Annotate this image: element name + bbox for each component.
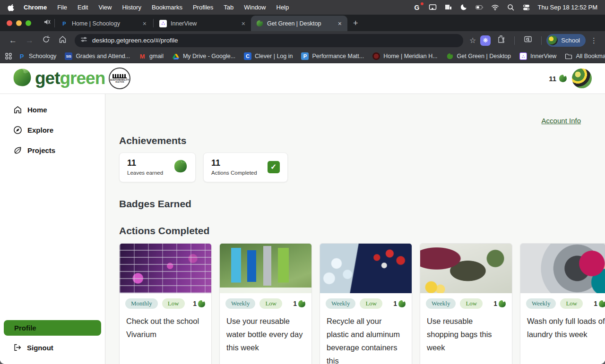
leaf-outline-icon	[13, 146, 22, 155]
menu-chrome[interactable]: Chrome	[24, 4, 47, 11]
menu-profiles[interactable]: Profiles	[193, 4, 213, 11]
back-button[interactable]: ←	[5, 36, 21, 45]
forward-button[interactable]: →	[21, 36, 38, 45]
bookmark-label: gmail	[149, 53, 164, 59]
menu-view[interactable]: View	[98, 4, 112, 11]
menubar-clock[interactable]: Thu Sep 18 12:52 PM	[538, 4, 597, 11]
side-panel-search-icon[interactable]	[519, 35, 536, 46]
laundry-machine-photo	[520, 244, 605, 293]
leaf-icon	[298, 300, 306, 308]
card-leaf-counter: 1	[594, 300, 605, 308]
innerview-favicon: ∴	[159, 20, 167, 27]
achievements-cards: 11 Leaves earned 11 Actions Completed ✓	[119, 152, 605, 182]
action-card[interactable]: Weekly Low 1 Use reusable shopping bags …	[420, 243, 512, 364]
leaf-icon	[498, 300, 506, 308]
screen-mirroring-icon[interactable]	[429, 3, 437, 11]
bookmark-grades[interactable]: SISGrades and Attend...	[65, 52, 130, 60]
achievement-text: 11 Actions Completed	[211, 158, 257, 176]
tab-divider	[54, 19, 55, 27]
close-tab-icon[interactable]: ×	[141, 20, 148, 27]
bookmark-label: Home | Meridian H...	[383, 53, 437, 59]
leaf-icon	[398, 300, 406, 308]
grammarly-icon[interactable]: G	[413, 3, 421, 11]
bookmark-innerview[interactable]: ∴InnerView	[519, 52, 556, 60]
sidebar-item-explore[interactable]: Explore	[3, 120, 102, 140]
bookmark-performance-matters[interactable]: PPerformance Matt...	[301, 52, 364, 60]
close-tab-icon[interactable]: ×	[336, 20, 344, 27]
home-button[interactable]	[54, 35, 71, 46]
apple-icon[interactable]	[8, 4, 15, 11]
menu-window[interactable]: Window	[244, 4, 266, 11]
chrome-menu-icon[interactable]: ⋮	[588, 36, 600, 45]
bookmark-getgreen[interactable]: Get Green | Desktop	[446, 52, 511, 60]
menu-help[interactable]: Help	[277, 4, 289, 11]
wifi-icon[interactable]	[491, 3, 499, 11]
header-right: 11	[549, 68, 592, 88]
performance-matters-icon: P	[301, 52, 309, 60]
reload-button[interactable]	[38, 35, 54, 46]
fullscreen-window-button[interactable]	[26, 20, 31, 26]
checkbox-icon: ✓	[268, 161, 280, 173]
sidebar-item-home[interactable]: Home	[3, 100, 102, 120]
menu-edit[interactable]: Edit	[78, 4, 88, 11]
spotlight-search-icon[interactable]	[507, 3, 515, 11]
achievements-title: Achievements	[119, 135, 605, 146]
frequency-badge: Weekly	[225, 298, 255, 309]
tab-getgreen-active[interactable]: Get Green | Desktop ×	[251, 16, 347, 31]
card-badges: Weekly Low 1	[420, 293, 512, 309]
display-icon[interactable]	[444, 3, 452, 11]
card-title: Check out the school Vivarium	[120, 309, 211, 341]
bookmark-meridian[interactable]: Home | Meridian H...	[372, 52, 437, 60]
achievement-value: 11	[127, 158, 163, 168]
sidebar-item-profile-active[interactable]: Profile	[4, 320, 101, 336]
all-bookmarks-button[interactable]: All Bookmarks	[565, 52, 605, 60]
menu-history[interactable]: History	[122, 4, 141, 11]
tab-schoology[interactable]: P Home | Schoology ×	[56, 16, 152, 31]
tab-innerview[interactable]: ∴ InnerView ×	[155, 16, 251, 31]
sidebar-item-projects[interactable]: Projects	[3, 140, 102, 161]
getgreen-logo[interactable]: getgreen	[12, 68, 105, 89]
bookmark-schoology[interactable]: PSchoology	[18, 52, 56, 60]
apps-grid-icon[interactable]	[5, 52, 12, 60]
frequency-badge: Weekly	[326, 298, 355, 309]
site-settings-icon[interactable]	[80, 36, 92, 45]
minimize-window-button[interactable]	[16, 20, 22, 26]
card-badges: Weekly Low 1	[220, 293, 311, 309]
menu-file[interactable]: File	[57, 4, 67, 11]
control-center-icon[interactable]	[522, 3, 530, 11]
browser-profile-button[interactable]: School	[546, 34, 586, 47]
sidebar-item-label: Projects	[27, 146, 55, 154]
menu-bookmarks[interactable]: Bookmarks	[152, 4, 182, 11]
action-card[interactable]: Weekly Low 1 Recycle all your plastic an…	[320, 243, 412, 364]
action-card[interactable]: Monthly Low 1 Check out the school Vivar…	[119, 243, 212, 364]
extension-badge-icon[interactable]: ❋	[480, 35, 491, 46]
signout-button[interactable]: Signout	[3, 336, 102, 354]
menu-tab[interactable]: Tab	[224, 4, 233, 11]
bookmark-gmail[interactable]: Mgmail	[138, 52, 164, 60]
new-tab-button[interactable]: +	[347, 18, 364, 31]
close-tab-icon[interactable]: ×	[240, 20, 247, 27]
account-info-link[interactable]: Account Info	[542, 117, 581, 125]
bookmark-drive[interactable]: My Drive - Google...	[172, 52, 235, 60]
compass-icon	[13, 126, 22, 135]
window-controls	[0, 15, 37, 31]
action-card[interactable]: Weekly Low 1 Use your reusable water bot…	[219, 243, 312, 364]
address-bar[interactable]: desktop.getgreen.eco/#/profile	[75, 34, 463, 47]
close-window-button[interactable]	[7, 20, 12, 26]
logo-get: get	[35, 68, 60, 88]
bookmark-label: Clever | Log in	[255, 53, 293, 59]
extensions-puzzle-icon[interactable]	[493, 35, 510, 46]
achievement-label: Leaves earned	[127, 170, 163, 176]
card-badges: Weekly Low 1	[320, 293, 412, 309]
battery-icon[interactable]	[475, 3, 484, 11]
url-text[interactable]: desktop.getgreen.eco/#/profile	[92, 37, 178, 44]
bookmark-star-icon[interactable]: ☆	[467, 36, 478, 45]
getgreen-leaf-icon	[12, 68, 32, 89]
action-card[interactable]: Weekly Low 1 Wash only full loads of lau…	[520, 243, 605, 364]
bookmark-clever[interactable]: CClever | Log in	[244, 52, 293, 60]
do-not-disturb-moon-icon[interactable]	[460, 3, 468, 11]
signout-icon	[13, 343, 22, 352]
bookmark-label: Schoology	[29, 53, 56, 59]
google-drive-icon	[172, 52, 180, 60]
user-avatar[interactable]	[572, 68, 592, 88]
